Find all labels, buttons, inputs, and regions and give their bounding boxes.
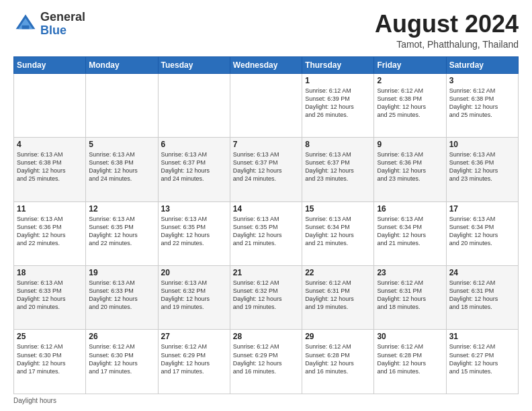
day-info: Sunrise: 6:12 AM Sunset: 6:30 PM Dayligh… [17, 342, 83, 375]
col-header-monday: Monday [86, 56, 158, 73]
calendar-day-15: 15Sunrise: 6:13 AM Sunset: 6:34 PM Dayli… [302, 201, 374, 265]
logo-blue-text: Blue [40, 24, 66, 37]
day-number: 1 [305, 76, 371, 85]
calendar-day-23: 23Sunrise: 6:12 AM Sunset: 6:31 PM Dayli… [374, 266, 446, 330]
calendar-day-6: 6Sunrise: 6:13 AM Sunset: 6:37 PM Daylig… [158, 138, 230, 201]
calendar-day-20: 20Sunrise: 6:13 AM Sunset: 6:32 PM Dayli… [158, 266, 230, 330]
svg-rect-2 [22, 26, 30, 29]
day-number: 8 [305, 140, 371, 149]
day-info: Sunrise: 6:13 AM Sunset: 6:34 PM Dayligh… [377, 215, 443, 248]
day-info: Sunrise: 6:12 AM Sunset: 6:39 PM Dayligh… [305, 87, 371, 120]
day-info: Sunrise: 6:13 AM Sunset: 6:38 PM Dayligh… [17, 150, 83, 183]
day-number: 31 [449, 332, 515, 341]
day-number: 26 [89, 332, 154, 341]
calendar-day-18: 18Sunrise: 6:13 AM Sunset: 6:33 PM Dayli… [14, 266, 86, 330]
calendar-week-2: 4Sunrise: 6:13 AM Sunset: 6:38 PM Daylig… [14, 138, 519, 201]
day-number: 13 [161, 204, 227, 214]
day-info: Sunrise: 6:12 AM Sunset: 6:31 PM Dayligh… [305, 279, 371, 312]
day-number: 5 [89, 140, 154, 149]
calendar-day-13: 13Sunrise: 6:13 AM Sunset: 6:35 PM Dayli… [158, 201, 230, 265]
day-info: Sunrise: 6:12 AM Sunset: 6:30 PM Dayligh… [89, 342, 154, 375]
logo: General Blue [13, 11, 85, 38]
day-number: 15 [305, 204, 371, 214]
day-info: Sunrise: 6:12 AM Sunset: 6:38 PM Dayligh… [449, 87, 515, 120]
day-number: 14 [233, 204, 299, 214]
calendar-day-28: 28Sunrise: 6:12 AM Sunset: 6:29 PM Dayli… [230, 330, 302, 394]
calendar-day-30: 30Sunrise: 6:12 AM Sunset: 6:28 PM Dayli… [374, 330, 446, 394]
day-number: 12 [89, 204, 154, 214]
day-info: Sunrise: 6:13 AM Sunset: 6:35 PM Dayligh… [161, 215, 227, 248]
calendar-day-14: 14Sunrise: 6:13 AM Sunset: 6:35 PM Dayli… [230, 201, 302, 265]
calendar-week-5: 25Sunrise: 6:12 AM Sunset: 6:30 PM Dayli… [14, 330, 519, 394]
logo-general-text: General [40, 10, 85, 24]
empty-cell [158, 73, 230, 137]
day-number: 27 [161, 332, 227, 341]
day-number: 3 [449, 76, 515, 85]
calendar-day-31: 31Sunrise: 6:12 AM Sunset: 6:27 PM Dayli… [446, 330, 518, 394]
col-header-tuesday: Tuesday [158, 56, 230, 73]
day-info: Sunrise: 6:13 AM Sunset: 6:36 PM Dayligh… [449, 150, 515, 183]
col-header-saturday: Saturday [446, 56, 518, 73]
calendar-table: SundayMondayTuesdayWednesdayThursdayFrid… [13, 56, 519, 394]
calendar-week-4: 18Sunrise: 6:13 AM Sunset: 6:33 PM Dayli… [14, 266, 519, 330]
day-number: 24 [449, 268, 515, 277]
day-number: 23 [377, 268, 443, 277]
day-number: 18 [17, 268, 83, 277]
day-info: Sunrise: 6:13 AM Sunset: 6:37 PM Dayligh… [305, 150, 371, 183]
day-info: Sunrise: 6:13 AM Sunset: 6:34 PM Dayligh… [449, 215, 515, 248]
calendar-day-19: 19Sunrise: 6:13 AM Sunset: 6:33 PM Dayli… [86, 266, 158, 330]
day-number: 11 [17, 204, 83, 214]
calendar-day-1: 1Sunrise: 6:12 AM Sunset: 6:39 PM Daylig… [302, 73, 374, 137]
day-info: Sunrise: 6:12 AM Sunset: 6:38 PM Dayligh… [377, 87, 443, 120]
calendar-day-21: 21Sunrise: 6:12 AM Sunset: 6:32 PM Dayli… [230, 266, 302, 330]
day-number: 10 [449, 140, 515, 149]
calendar-day-25: 25Sunrise: 6:12 AM Sunset: 6:30 PM Dayli… [14, 330, 86, 394]
day-info: Sunrise: 6:13 AM Sunset: 6:38 PM Dayligh… [89, 150, 154, 183]
calendar-day-3: 3Sunrise: 6:12 AM Sunset: 6:38 PM Daylig… [446, 73, 518, 137]
day-number: 16 [377, 204, 443, 214]
day-info: Sunrise: 6:13 AM Sunset: 6:37 PM Dayligh… [233, 150, 299, 183]
day-number: 9 [377, 140, 443, 149]
day-info: Sunrise: 6:12 AM Sunset: 6:31 PM Dayligh… [449, 279, 515, 312]
subtitle: Tamot, Phatthalung, Thailand [375, 39, 519, 50]
day-info: Sunrise: 6:12 AM Sunset: 6:29 PM Dayligh… [233, 342, 299, 375]
day-info: Sunrise: 6:13 AM Sunset: 6:36 PM Dayligh… [377, 150, 443, 183]
calendar-day-2: 2Sunrise: 6:12 AM Sunset: 6:38 PM Daylig… [374, 73, 446, 137]
col-header-thursday: Thursday [302, 56, 374, 73]
calendar-day-27: 27Sunrise: 6:12 AM Sunset: 6:29 PM Dayli… [158, 330, 230, 394]
day-info: Sunrise: 6:12 AM Sunset: 6:29 PM Dayligh… [161, 342, 227, 375]
day-number: 30 [377, 332, 443, 341]
day-info: Sunrise: 6:12 AM Sunset: 6:32 PM Dayligh… [233, 279, 299, 312]
day-info: Sunrise: 6:13 AM Sunset: 6:34 PM Dayligh… [305, 215, 371, 248]
day-info: Sunrise: 6:13 AM Sunset: 6:33 PM Dayligh… [89, 279, 154, 312]
day-number: 22 [305, 268, 371, 277]
calendar-day-26: 26Sunrise: 6:12 AM Sunset: 6:30 PM Dayli… [86, 330, 158, 394]
footer-daylight-label: Daylight hours [13, 397, 56, 404]
empty-cell [230, 73, 302, 137]
calendar-day-7: 7Sunrise: 6:13 AM Sunset: 6:37 PM Daylig… [230, 138, 302, 201]
calendar-day-9: 9Sunrise: 6:13 AM Sunset: 6:36 PM Daylig… [374, 138, 446, 201]
calendar-day-22: 22Sunrise: 6:12 AM Sunset: 6:31 PM Dayli… [302, 266, 374, 330]
page: General Blue August 2024 Tamot, Phatthal… [0, 0, 532, 411]
day-number: 17 [449, 204, 515, 214]
day-info: Sunrise: 6:12 AM Sunset: 6:27 PM Dayligh… [449, 342, 515, 375]
calendar-day-17: 17Sunrise: 6:13 AM Sunset: 6:34 PM Dayli… [446, 201, 518, 265]
calendar-day-4: 4Sunrise: 6:13 AM Sunset: 6:38 PM Daylig… [14, 138, 86, 201]
col-header-friday: Friday [374, 56, 446, 73]
footer-note: Daylight hours [13, 397, 519, 404]
calendar-week-3: 11Sunrise: 6:13 AM Sunset: 6:36 PM Dayli… [14, 201, 519, 265]
day-number: 7 [233, 140, 299, 149]
logo-icon [13, 12, 38, 36]
day-info: Sunrise: 6:13 AM Sunset: 6:35 PM Dayligh… [89, 215, 154, 248]
day-number: 2 [377, 76, 443, 85]
empty-cell [14, 73, 86, 137]
day-info: Sunrise: 6:12 AM Sunset: 6:31 PM Dayligh… [377, 279, 443, 312]
calendar-day-16: 16Sunrise: 6:13 AM Sunset: 6:34 PM Dayli… [374, 201, 446, 265]
header-row: SundayMondayTuesdayWednesdayThursdayFrid… [14, 56, 519, 73]
day-number: 4 [17, 140, 83, 149]
calendar-day-29: 29Sunrise: 6:12 AM Sunset: 6:28 PM Dayli… [302, 330, 374, 394]
calendar-day-5: 5Sunrise: 6:13 AM Sunset: 6:38 PM Daylig… [86, 138, 158, 201]
calendar-day-12: 12Sunrise: 6:13 AM Sunset: 6:35 PM Dayli… [86, 201, 158, 265]
calendar-week-1: 1Sunrise: 6:12 AM Sunset: 6:39 PM Daylig… [14, 73, 519, 137]
calendar-day-10: 10Sunrise: 6:13 AM Sunset: 6:36 PM Dayli… [446, 138, 518, 201]
